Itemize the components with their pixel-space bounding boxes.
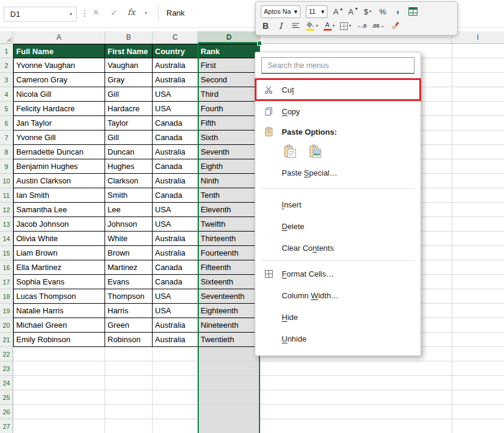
cell-full-name[interactable]: Sophia Evans (13, 275, 105, 289)
row-header[interactable]: 7 (0, 131, 13, 145)
cell-full-name[interactable]: Emily Robinson (13, 333, 105, 347)
alignment-button[interactable] (291, 19, 300, 32)
borders-button[interactable]: ▾ (340, 19, 351, 32)
cell-full-name[interactable]: Jacob Johnson (13, 217, 105, 232)
cell-first-name[interactable]: Robinson (105, 333, 153, 347)
cell-rank-selected[interactable]: Tenth (198, 188, 260, 203)
cell-rank-selected[interactable]: Second (198, 73, 260, 87)
header-cell-full-name[interactable]: Full Name (13, 44, 105, 58)
chevron-down-icon[interactable]: ▾ (70, 11, 72, 17)
cell-rank-selected[interactable]: Eighteenth (198, 304, 260, 318)
cell-country[interactable]: Canada (153, 188, 198, 203)
font-name-combo[interactable]: Aptos Na ▾ (261, 5, 300, 18)
empty-cell[interactable] (105, 361, 153, 376)
cell-country[interactable]: Canada (153, 275, 198, 289)
cell-country[interactable]: USA (153, 217, 198, 232)
cell-rank-selected[interactable]: Thirteenth (198, 232, 260, 246)
menu-item-clear-contents[interactable]: Clear Contents (255, 237, 421, 259)
cell-full-name[interactable]: Michael Green (13, 318, 105, 333)
cell-first-name[interactable]: Brown (105, 246, 153, 260)
empty-cell[interactable] (153, 376, 198, 390)
menu-item-insert[interactable]: Insert (255, 194, 421, 215)
column-header-a[interactable]: A (13, 31, 105, 43)
cell-rank-selected[interactable]: Fifth (198, 116, 260, 131)
cancel-icon[interactable]: × (93, 7, 99, 18)
row-header[interactable]: 9 (0, 159, 13, 174)
empty-cell[interactable] (13, 376, 105, 390)
increase-decimal-button[interactable]: ←.0 (357, 19, 367, 32)
row-header[interactable]: 13 (0, 217, 13, 232)
cell-country[interactable]: USA (153, 289, 198, 304)
cell-rank-selected[interactable]: Seventeenth (198, 289, 260, 304)
cell-full-name[interactable]: Benjamin Hughes (13, 159, 105, 174)
row-header[interactable]: 22 (0, 347, 13, 361)
empty-cell-selected[interactable] (198, 405, 260, 419)
row-header[interactable]: 27 (0, 419, 13, 433)
empty-cell[interactable] (13, 347, 105, 361)
cell-first-name[interactable]: Hughes (105, 159, 153, 174)
row-header[interactable]: 4 (0, 87, 13, 102)
percent-style-button[interactable]: % (378, 5, 387, 18)
cell-full-name[interactable]: Ian Smith (13, 188, 105, 203)
format-as-table-button[interactable] (408, 5, 417, 18)
menu-item-hide[interactable]: Hide (255, 306, 421, 328)
name-box[interactable]: D1 ▾ (4, 7, 77, 22)
cell-rank-selected[interactable]: Twelfth (198, 217, 260, 232)
cell-country[interactable]: Canada (153, 260, 198, 275)
cell-full-name[interactable]: Felicity Hardacre (13, 102, 105, 116)
cell-first-name[interactable]: Martinez (105, 260, 153, 275)
font-size-combo[interactable]: 11 ▾ (306, 5, 327, 18)
cell-first-name[interactable]: Taylor (105, 116, 153, 131)
cell-country[interactable]: USA (153, 304, 198, 318)
drag-handle-icon[interactable]: ⋮ (80, 8, 89, 18)
empty-cell[interactable] (105, 376, 153, 390)
empty-cell[interactable] (153, 405, 198, 419)
cell-full-name[interactable]: Austin Clarkson (13, 174, 105, 188)
row-header[interactable]: 24 (0, 376, 13, 390)
cell-rank-selected[interactable]: Sixteenth (198, 275, 260, 289)
menu-item-copy[interactable]: Copy (255, 100, 421, 122)
row-header[interactable]: 15 (0, 246, 13, 260)
cell-first-name[interactable]: Harris (105, 304, 153, 318)
enter-icon[interactable]: ✓ (111, 8, 118, 17)
cell-full-name[interactable]: Natalie Harris (13, 304, 105, 318)
menu-item-delete[interactable]: Delete (255, 215, 421, 237)
row-header[interactable]: 20 (0, 318, 13, 333)
row-header[interactable]: 23 (0, 361, 13, 376)
cell-country[interactable]: USA (153, 102, 198, 116)
empty-cell-selected[interactable] (198, 361, 260, 376)
row-header[interactable]: 26 (0, 405, 13, 419)
paste-button[interactable] (282, 143, 299, 160)
cell-country[interactable]: Australia (153, 58, 198, 73)
cell-first-name[interactable]: Clarkson (105, 174, 153, 188)
cell-country[interactable]: USA (153, 87, 198, 102)
cell-rank-selected[interactable]: Fifteenth (198, 260, 260, 275)
cell-full-name[interactable]: Bernadette Duncan (13, 145, 105, 159)
menu-search-input[interactable] (267, 61, 409, 70)
cell-country[interactable]: USA (153, 203, 198, 217)
cell-first-name[interactable]: Duncan (105, 145, 153, 159)
insert-function-icon[interactable]: fx (127, 7, 135, 17)
cell-first-name[interactable]: White (105, 232, 153, 246)
menu-item-format-cells[interactable]: Format Cells… (255, 263, 421, 284)
menu-search-box[interactable] (261, 57, 414, 74)
empty-cell-selected[interactable] (198, 419, 260, 433)
cell-full-name[interactable]: Jan Taylor (13, 116, 105, 131)
row-header[interactable]: 5 (0, 102, 13, 116)
row-header[interactable]: 11 (0, 188, 13, 203)
decrease-decimal-button[interactable]: .00→ (372, 19, 385, 32)
cell-full-name[interactable]: Yvonne Gill (13, 131, 105, 145)
italic-button[interactable]: I (276, 19, 285, 32)
chevron-down-icon[interactable]: ▾ (145, 10, 147, 16)
cell-first-name[interactable]: Thompson (105, 289, 153, 304)
cell-country[interactable]: Canada (153, 131, 198, 145)
accounting-format-button[interactable]: $ ▾ (363, 5, 372, 18)
cell-country[interactable]: Australia (153, 246, 198, 260)
header-cell-country[interactable]: Country (153, 44, 198, 58)
cell-country[interactable]: Canada (153, 159, 198, 174)
increase-font-size-button[interactable]: A▴ (333, 5, 342, 18)
cell-rank-selected[interactable]: Eleventh (198, 203, 260, 217)
cell-rank-selected[interactable]: Nineteenth (198, 318, 260, 333)
cell-rank-selected[interactable]: Fourth (198, 102, 260, 116)
column-header-i[interactable]: I (452, 31, 504, 43)
